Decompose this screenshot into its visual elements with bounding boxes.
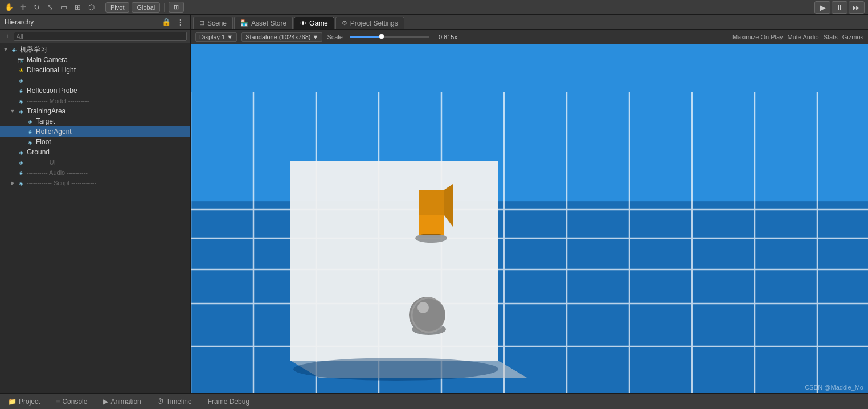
bottom-tab-animation[interactable]: ▶ Animation bbox=[100, 396, 144, 407]
label-sep1: ---------- ---------- bbox=[27, 77, 70, 84]
hierarchy-item-sep2[interactable]: ◈ ---------- Model ---------- bbox=[0, 96, 190, 106]
svg-marker-23 bbox=[419, 190, 444, 215]
menu-button[interactable]: ⋮ bbox=[175, 17, 186, 27]
header-actions: 🔒 ⋮ bbox=[160, 17, 186, 27]
scene-icon: ⊞ bbox=[199, 19, 204, 27]
global-button[interactable]: Global bbox=[132, 2, 160, 13]
hierarchy-item-trainingarea[interactable]: ▼ ◈ TrainingArea bbox=[0, 106, 190, 116]
label-floot: Floot bbox=[36, 138, 51, 146]
grid-svg bbox=[191, 44, 868, 393]
bottom-tab-timeline[interactable]: ⏱ Timeline bbox=[154, 396, 195, 407]
arrow-trainingarea: ▼ bbox=[9, 108, 16, 114]
move-tool-icon[interactable]: ✛ bbox=[17, 2, 28, 13]
project-label: Project bbox=[19, 398, 40, 406]
pause-button[interactable]: ⏸ bbox=[832, 1, 847, 14]
pivot-label: Pivot bbox=[110, 4, 124, 11]
icon-sep4: ◈ bbox=[17, 169, 25, 177]
icon-jiqixuexi: ◈ bbox=[10, 46, 18, 54]
bottom-tab-project[interactable]: 📁 Project bbox=[5, 396, 43, 407]
hierarchy-item-rolleragent[interactable]: ◈ RollerAgent bbox=[0, 126, 190, 137]
arrow-target bbox=[18, 118, 25, 125]
hierarchy-item-sep1[interactable]: ◈ ---------- ---------- bbox=[0, 75, 190, 85]
add-hierarchy-button[interactable]: + bbox=[3, 31, 11, 41]
tab-project-settings[interactable]: ⚙ Project Settings bbox=[335, 17, 404, 29]
hierarchy-search[interactable] bbox=[14, 32, 187, 41]
main-layout: Hierarchy 🔒 ⋮ + ▼ ◈ 机器学习 📷 Main Camera bbox=[0, 15, 868, 393]
hierarchy-item-floot[interactable]: ◈ Floot bbox=[0, 137, 190, 147]
rect-tool-icon[interactable]: ▭ bbox=[58, 2, 69, 13]
hierarchy-item-sep3[interactable]: ◈ ---------- UI ---------- bbox=[0, 157, 190, 167]
transform-tool-icon[interactable]: ⊞ bbox=[72, 2, 83, 13]
hierarchy-toolbar: + bbox=[0, 30, 190, 43]
hierarchy-panel: Hierarchy 🔒 ⋮ + ▼ ◈ 机器学习 📷 Main Camera bbox=[0, 15, 191, 393]
svg-point-29 bbox=[417, 302, 429, 313]
tab-game[interactable]: 👁 Game bbox=[294, 17, 334, 29]
hierarchy-item-ground[interactable]: ◈ Ground bbox=[0, 147, 190, 157]
global-label: Global bbox=[137, 4, 155, 11]
resolution-dropdown[interactable]: Standalone (1024x768) ▼ bbox=[241, 32, 322, 42]
tab-scene[interactable]: ⊞ Scene bbox=[193, 17, 233, 29]
grid-button[interactable]: ⊞ bbox=[169, 2, 184, 13]
icon-reflprobe: ◈ bbox=[17, 87, 25, 95]
svg-marker-20 bbox=[290, 161, 498, 361]
scale-label: Scale bbox=[327, 34, 343, 40]
arrow-ground bbox=[9, 149, 16, 156]
icon-sep3: ◈ bbox=[17, 158, 25, 166]
hierarchy-item-sep4[interactable]: ◈ ---------- Audio ---------- bbox=[0, 167, 190, 178]
asset-store-icon: 🏪 bbox=[240, 19, 248, 27]
arrow-rolleragent bbox=[18, 128, 25, 135]
scale-slider[interactable] bbox=[350, 36, 429, 38]
right-toolbar-buttons: Maximize On Play Mute Audio Stats Gizmos bbox=[732, 34, 863, 40]
separator-1 bbox=[101, 3, 101, 12]
display-label: Display 1 bbox=[199, 34, 225, 40]
label-sep3: ---------- UI ---------- bbox=[27, 159, 78, 166]
icon-sep5: ◈ bbox=[17, 179, 25, 187]
hierarchy-item-jiqixuexi[interactable]: ▼ ◈ 机器学习 bbox=[0, 44, 190, 55]
label-ground: Ground bbox=[27, 148, 50, 156]
bottom-tab-console[interactable]: ≡ Console bbox=[52, 396, 91, 407]
top-toolbar: ✋ ✛ ↻ ⤡ ▭ ⊞ ⬡ Pivot Global ⊞ ▶ ⏸ ⏭ bbox=[0, 0, 868, 15]
pivot-button[interactable]: Pivot bbox=[105, 2, 129, 13]
label-target: Target bbox=[36, 117, 55, 125]
project-icon: 📁 bbox=[8, 398, 17, 406]
scale-tool-icon[interactable]: ⤡ bbox=[44, 2, 56, 13]
play-button[interactable]: ▶ bbox=[814, 1, 830, 14]
step-button[interactable]: ⏭ bbox=[849, 1, 865, 14]
mute-btn[interactable]: Mute Audio bbox=[788, 34, 819, 40]
icon-ground: ◈ bbox=[17, 148, 25, 156]
game-icon: 👁 bbox=[300, 20, 306, 27]
label-dirlight: Directional Light bbox=[27, 66, 76, 74]
arrow-sep3 bbox=[9, 159, 16, 166]
arrow-dirlight bbox=[9, 67, 16, 73]
bottom-bar: 📁 Project ≡ Console ▶ Animation ⏱ Timeli… bbox=[0, 393, 868, 409]
hierarchy-item-dirlight[interactable]: ☀ Directional Light bbox=[0, 65, 190, 75]
hierarchy-item-sep5[interactable]: ▶ ◈ ------------ Script ------------ bbox=[0, 178, 190, 188]
tab-asset-store[interactable]: 🏪 Asset Store bbox=[234, 17, 293, 29]
resolution-label: Standalone (1024x768) bbox=[245, 34, 310, 40]
arrow-maincamera bbox=[9, 56, 16, 63]
right-panel: ⊞ Scene 🏪 Asset Store 👁 Game ⚙ Project S… bbox=[191, 15, 868, 393]
gizmos-btn[interactable]: Gizmos bbox=[842, 34, 863, 40]
animation-icon: ▶ bbox=[103, 398, 108, 406]
svg-point-26 bbox=[415, 234, 447, 243]
hand-tool-icon[interactable]: ✋ bbox=[3, 2, 15, 13]
icon-sep2: ◈ bbox=[17, 97, 25, 105]
maximize-btn[interactable]: Maximize On Play bbox=[732, 34, 783, 40]
hierarchy-item-reflprobe[interactable]: ◈ Reflection Probe bbox=[0, 85, 190, 96]
rotate-tool-icon[interactable]: ↻ bbox=[31, 2, 42, 13]
label-trainingarea: TrainingArea bbox=[27, 107, 65, 115]
game-canvas[interactable]: CSDN @Maddie_Mo bbox=[191, 44, 868, 393]
separator-2 bbox=[164, 3, 165, 12]
bottom-tab-framedebug[interactable]: Frame Debug bbox=[204, 396, 253, 407]
arrow-jiqixuexi: ▼ bbox=[2, 46, 9, 53]
display-arrow: ▼ bbox=[227, 34, 233, 40]
display-dropdown[interactable]: Display 1 ▼ bbox=[195, 32, 237, 42]
icon-rolleragent: ◈ bbox=[26, 128, 34, 136]
custom-tool-icon[interactable]: ⬡ bbox=[85, 2, 97, 13]
stats-btn[interactable]: Stats bbox=[824, 34, 838, 40]
hierarchy-item-maincamera[interactable]: 📷 Main Camera bbox=[0, 55, 190, 65]
lock-button[interactable]: 🔒 bbox=[160, 17, 173, 27]
scale-slider-fill bbox=[350, 36, 382, 38]
hierarchy-item-target[interactable]: ◈ Target bbox=[0, 116, 190, 126]
icon-maincamera: 📷 bbox=[17, 56, 25, 64]
